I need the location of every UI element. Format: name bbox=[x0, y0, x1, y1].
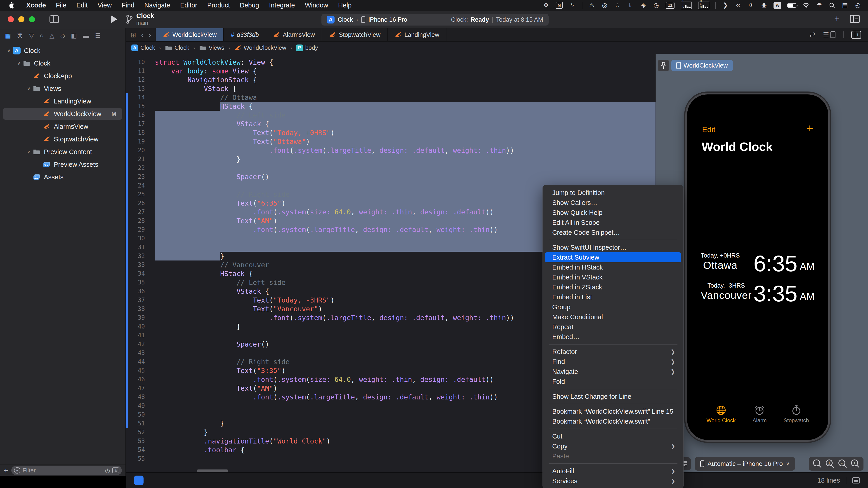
menubar-item-navigate[interactable]: Navigate bbox=[140, 2, 175, 9]
edit-button[interactable]: Edit bbox=[702, 125, 715, 134]
menu-item-embed-in-vstack[interactable]: Embed in VStack bbox=[545, 272, 681, 282]
tab-stopwatchview[interactable]: StopwatchView bbox=[322, 28, 388, 41]
code-line-22[interactable]: 22 bbox=[126, 164, 655, 172]
breadcrumb-item-worldclockview[interactable]: WorldClockView bbox=[234, 44, 286, 52]
sidebar-item-preview-content[interactable]: ∨Preview Content bbox=[0, 145, 125, 158]
flame-icon[interactable]: ♨ bbox=[588, 2, 595, 8]
sidebar-item-worldclockview[interactable]: WorldClockViewM bbox=[0, 107, 125, 120]
report-navigator-icon[interactable]: ☰ bbox=[95, 32, 101, 39]
preview-device-selector[interactable]: Automatic – iPhone 16 Pro ∨ bbox=[695, 457, 795, 470]
zoom-window-button[interactable] bbox=[29, 16, 35, 22]
menu-item-repeat[interactable]: Repeat bbox=[545, 322, 681, 332]
menubar-item-debug[interactable]: Debug bbox=[235, 2, 264, 9]
run-destination[interactable]: iPhone 16 Pro bbox=[368, 16, 407, 23]
menubar-item-integrate[interactable]: Integrate bbox=[264, 2, 300, 9]
menu-item-autofill[interactable]: AutoFill❯ bbox=[545, 466, 681, 476]
breadcrumb-item-clock[interactable]: Clock bbox=[165, 44, 189, 51]
toggle-navigator-icon[interactable] bbox=[50, 15, 59, 23]
menubar-item-xcode[interactable]: Xcode bbox=[21, 2, 51, 9]
sidebar-item-stopwatchview[interactable]: StopwatchView bbox=[0, 133, 125, 145]
zoom-fit-icon[interactable]: ▫ bbox=[837, 459, 848, 469]
filter-field[interactable]: ≡ ◷ ± bbox=[11, 466, 122, 475]
breadcrumb-item-clock[interactable]: AClock bbox=[131, 44, 155, 51]
menu-item-embed-in-hstack[interactable]: Embed in HStack bbox=[545, 262, 681, 272]
code-line-13[interactable]: 13 VStack { bbox=[126, 84, 655, 93]
menu-item-show-quick-help[interactable]: Show Quick Help bbox=[545, 207, 681, 218]
notion-icon[interactable]: N bbox=[556, 2, 563, 9]
zoom-in-icon[interactable]: + bbox=[850, 459, 860, 469]
sidebar-item-assets[interactable]: Assets bbox=[0, 171, 125, 184]
menu-item-bookmark-worldclockview-swift-line-15[interactable]: Bookmark “WorldClockView.swift” Line 15 bbox=[545, 406, 681, 416]
menu-item-navigate[interactable]: Navigate❯ bbox=[545, 367, 681, 377]
close-window-button[interactable] bbox=[8, 16, 14, 22]
test-navigator-icon[interactable]: ◇ bbox=[60, 32, 65, 39]
cookie-icon[interactable]: ◉ bbox=[761, 2, 767, 8]
run-button[interactable] bbox=[111, 15, 117, 23]
breakpoint-badge[interactable] bbox=[134, 476, 144, 485]
editor-options-icon[interactable]: ☰ bbox=[823, 31, 835, 39]
issue-navigator-icon[interactable]: △ bbox=[50, 32, 55, 39]
menu-item-extract-subview[interactable]: Extract Subview bbox=[545, 252, 681, 262]
wifi-icon[interactable] bbox=[802, 3, 810, 8]
editor-horizontal-scrollbar[interactable] bbox=[197, 469, 228, 472]
add-file-icon[interactable]: + bbox=[4, 466, 8, 475]
menubar-item-find[interactable]: Find bbox=[117, 2, 139, 9]
scheme-name[interactable]: Clock bbox=[338, 16, 353, 23]
code-line-17[interactable]: 17 VStack { bbox=[126, 120, 655, 128]
add-city-button[interactable]: + bbox=[807, 122, 813, 135]
mem-monitor-icon[interactable]: MEM bbox=[698, 2, 709, 9]
code-line-11[interactable]: 11 var body: some View { bbox=[126, 67, 655, 75]
sidebar-item-clock[interactable]: ∨AClock bbox=[0, 44, 125, 57]
tab-d33f3db[interactable]: #d33f3db bbox=[224, 28, 266, 41]
chevron-down-icon[interactable]: ∨ bbox=[16, 61, 22, 66]
code-line-15[interactable]: 15 HStack { bbox=[126, 102, 655, 111]
code-line-14[interactable]: 14 // Ottawa bbox=[126, 93, 655, 102]
menu-item-show-swiftui-inspector[interactable]: Show SwiftUI Inspector… bbox=[545, 242, 681, 252]
apple-menu-icon[interactable] bbox=[7, 2, 17, 9]
menubar-item-editor[interactable]: Editor bbox=[175, 2, 202, 9]
menubar-item-window[interactable]: Window bbox=[300, 2, 333, 9]
zoom-out-icon[interactable]: − bbox=[812, 459, 822, 469]
binoculars-icon[interactable]: ∞ bbox=[735, 2, 742, 8]
code-line-20[interactable]: 20 .font(.system(.largeTitle, design: .d… bbox=[126, 146, 655, 155]
input-source-icon[interactable]: A bbox=[774, 2, 781, 9]
device-frame-icon[interactable] bbox=[852, 477, 860, 484]
sidebar-item-views[interactable]: ∨Views bbox=[0, 82, 125, 95]
breadcrumb-item-body[interactable]: Pbody bbox=[296, 44, 318, 51]
menu-item-embed-in-list[interactable]: Embed in List bbox=[545, 292, 681, 302]
menubar-item-file[interactable]: File bbox=[51, 2, 71, 9]
menubar-item-help[interactable]: Help bbox=[333, 2, 357, 9]
debug-navigator-icon[interactable]: ◧ bbox=[71, 32, 77, 39]
source-control-navigator-icon[interactable]: ⌘ bbox=[17, 32, 23, 39]
menu-item-copy[interactable]: Copy❯ bbox=[545, 441, 681, 451]
tab-alarmsview[interactable]: AlarmsView bbox=[266, 28, 322, 41]
phone-tab-stopwatch[interactable]: Stopwatch bbox=[784, 405, 809, 424]
menu-item-refactor[interactable]: Refactor❯ bbox=[545, 347, 681, 357]
sidebar-item-clock[interactable]: ∨Clock bbox=[0, 57, 125, 70]
dots-icon[interactable]: ∴ bbox=[614, 2, 621, 8]
tab-landingview[interactable]: LandingView bbox=[388, 28, 446, 41]
project-navigator-icon[interactable]: ▦ bbox=[5, 32, 11, 39]
menu-item-embed-in-zstack[interactable]: Embed in ZStack bbox=[545, 282, 681, 292]
menu-item-jump-to-definition[interactable]: Jump to Definition bbox=[545, 188, 681, 198]
menu-item-make-conditional[interactable]: Make Conditional bbox=[545, 312, 681, 322]
source-control-filter-icon[interactable]: ± bbox=[112, 467, 119, 473]
battery-icon[interactable] bbox=[787, 3, 796, 8]
library-add-icon[interactable]: + bbox=[834, 14, 839, 24]
bookmark-navigator-icon[interactable]: ▽ bbox=[29, 32, 34, 39]
code-line-19[interactable]: 19 Text("Ottawa") bbox=[126, 137, 655, 146]
menubar-item-product[interactable]: Product bbox=[202, 2, 235, 9]
menu-item-show-callers[interactable]: Show Callers… bbox=[545, 198, 681, 207]
spotlight-icon[interactable] bbox=[829, 2, 835, 8]
menu-item-cut[interactable]: Cut bbox=[545, 431, 681, 441]
zoom-actual-icon[interactable]: 1 bbox=[825, 459, 835, 469]
chevron-down-icon[interactable]: ∨ bbox=[5, 48, 12, 53]
menu-item-services[interactable]: Services❯ bbox=[545, 476, 681, 486]
menu-item-show-last-change-for-line[interactable]: Show Last Change for Line bbox=[545, 392, 681, 401]
menu-item-bookmark-worldclockview-swift[interactable]: Bookmark “WorldClockView.swift” bbox=[545, 416, 681, 426]
sidebar-item-clockapp[interactable]: ClockApp bbox=[0, 70, 125, 82]
code-line-18[interactable]: 18 Text("Today, +0HRS") bbox=[126, 128, 655, 137]
chevron-down-icon[interactable]: ∨ bbox=[25, 149, 32, 155]
pin-preview-button[interactable] bbox=[658, 60, 669, 71]
filter-input[interactable] bbox=[23, 467, 103, 474]
